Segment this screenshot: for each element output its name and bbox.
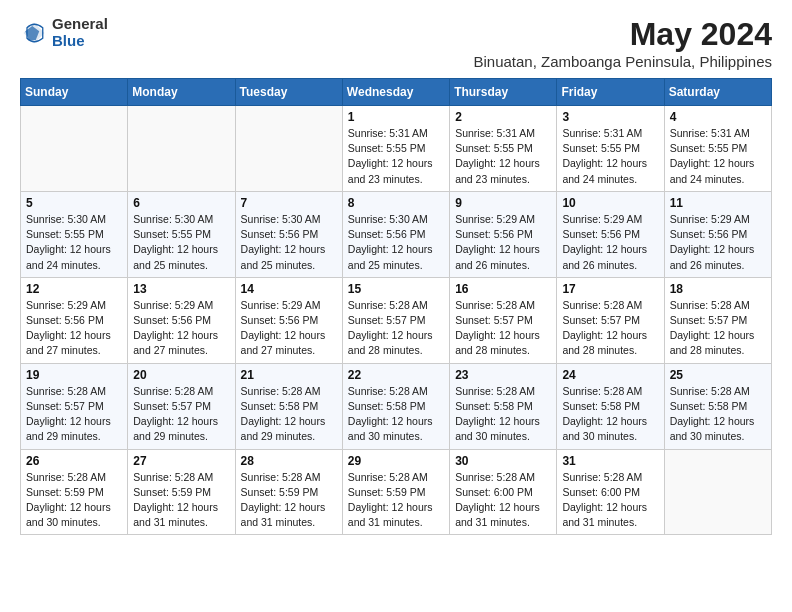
day-info: Sunrise: 5:28 AM Sunset: 5:58 PM Dayligh… — [670, 384, 766, 445]
day-info: Sunrise: 5:28 AM Sunset: 5:57 PM Dayligh… — [348, 298, 444, 359]
month-year: May 2024 — [473, 16, 772, 53]
day-info: Sunrise: 5:28 AM Sunset: 5:58 PM Dayligh… — [348, 384, 444, 445]
calendar-cell: 28Sunrise: 5:28 AM Sunset: 5:59 PM Dayli… — [235, 449, 342, 535]
calendar-cell: 24Sunrise: 5:28 AM Sunset: 5:58 PM Dayli… — [557, 363, 664, 449]
day-number: 22 — [348, 368, 444, 382]
logo-icon — [20, 19, 48, 47]
header-day-sunday: Sunday — [21, 79, 128, 106]
calendar-cell: 16Sunrise: 5:28 AM Sunset: 5:57 PM Dayli… — [450, 277, 557, 363]
header-day-wednesday: Wednesday — [342, 79, 449, 106]
calendar-cell: 15Sunrise: 5:28 AM Sunset: 5:57 PM Dayli… — [342, 277, 449, 363]
day-number: 3 — [562, 110, 658, 124]
day-info: Sunrise: 5:29 AM Sunset: 5:56 PM Dayligh… — [455, 212, 551, 273]
header-day-friday: Friday — [557, 79, 664, 106]
calendar-cell — [664, 449, 771, 535]
logo-general: General — [52, 16, 108, 33]
calendar-cell: 7Sunrise: 5:30 AM Sunset: 5:56 PM Daylig… — [235, 191, 342, 277]
day-info: Sunrise: 5:29 AM Sunset: 5:56 PM Dayligh… — [26, 298, 122, 359]
calendar-cell: 2Sunrise: 5:31 AM Sunset: 5:55 PM Daylig… — [450, 106, 557, 192]
calendar-table: SundayMondayTuesdayWednesdayThursdayFrid… — [20, 78, 772, 535]
calendar-week-5: 26Sunrise: 5:28 AM Sunset: 5:59 PM Dayli… — [21, 449, 772, 535]
calendar-cell: 26Sunrise: 5:28 AM Sunset: 5:59 PM Dayli… — [21, 449, 128, 535]
day-info: Sunrise: 5:28 AM Sunset: 5:58 PM Dayligh… — [455, 384, 551, 445]
calendar-cell — [235, 106, 342, 192]
day-info: Sunrise: 5:28 AM Sunset: 5:59 PM Dayligh… — [241, 470, 337, 531]
calendar-cell: 4Sunrise: 5:31 AM Sunset: 5:55 PM Daylig… — [664, 106, 771, 192]
calendar-cell: 31Sunrise: 5:28 AM Sunset: 6:00 PM Dayli… — [557, 449, 664, 535]
day-info: Sunrise: 5:28 AM Sunset: 6:00 PM Dayligh… — [455, 470, 551, 531]
calendar-cell: 20Sunrise: 5:28 AM Sunset: 5:57 PM Dayli… — [128, 363, 235, 449]
day-info: Sunrise: 5:31 AM Sunset: 5:55 PM Dayligh… — [670, 126, 766, 187]
day-info: Sunrise: 5:28 AM Sunset: 5:59 PM Dayligh… — [348, 470, 444, 531]
day-number: 21 — [241, 368, 337, 382]
calendar-header: SundayMondayTuesdayWednesdayThursdayFrid… — [21, 79, 772, 106]
calendar-week-4: 19Sunrise: 5:28 AM Sunset: 5:57 PM Dayli… — [21, 363, 772, 449]
page-header: General Blue May 2024 Binuatan, Zamboang… — [20, 16, 772, 70]
calendar-cell: 29Sunrise: 5:28 AM Sunset: 5:59 PM Dayli… — [342, 449, 449, 535]
header-day-saturday: Saturday — [664, 79, 771, 106]
day-number: 24 — [562, 368, 658, 382]
calendar-cell: 17Sunrise: 5:28 AM Sunset: 5:57 PM Dayli… — [557, 277, 664, 363]
header-day-thursday: Thursday — [450, 79, 557, 106]
calendar-cell — [128, 106, 235, 192]
day-number: 14 — [241, 282, 337, 296]
calendar-cell: 21Sunrise: 5:28 AM Sunset: 5:58 PM Dayli… — [235, 363, 342, 449]
calendar-cell: 6Sunrise: 5:30 AM Sunset: 5:55 PM Daylig… — [128, 191, 235, 277]
calendar-cell: 5Sunrise: 5:30 AM Sunset: 5:55 PM Daylig… — [21, 191, 128, 277]
day-info: Sunrise: 5:30 AM Sunset: 5:55 PM Dayligh… — [26, 212, 122, 273]
calendar-cell: 3Sunrise: 5:31 AM Sunset: 5:55 PM Daylig… — [557, 106, 664, 192]
day-number: 18 — [670, 282, 766, 296]
calendar-cell: 19Sunrise: 5:28 AM Sunset: 5:57 PM Dayli… — [21, 363, 128, 449]
header-row: SundayMondayTuesdayWednesdayThursdayFrid… — [21, 79, 772, 106]
day-number: 5 — [26, 196, 122, 210]
calendar-week-2: 5Sunrise: 5:30 AM Sunset: 5:55 PM Daylig… — [21, 191, 772, 277]
day-info: Sunrise: 5:29 AM Sunset: 5:56 PM Dayligh… — [133, 298, 229, 359]
calendar-cell: 11Sunrise: 5:29 AM Sunset: 5:56 PM Dayli… — [664, 191, 771, 277]
day-number: 29 — [348, 454, 444, 468]
day-number: 7 — [241, 196, 337, 210]
day-info: Sunrise: 5:28 AM Sunset: 5:58 PM Dayligh… — [562, 384, 658, 445]
day-info: Sunrise: 5:31 AM Sunset: 5:55 PM Dayligh… — [455, 126, 551, 187]
day-number: 12 — [26, 282, 122, 296]
day-number: 25 — [670, 368, 766, 382]
day-number: 4 — [670, 110, 766, 124]
day-number: 17 — [562, 282, 658, 296]
calendar-cell: 9Sunrise: 5:29 AM Sunset: 5:56 PM Daylig… — [450, 191, 557, 277]
day-number: 23 — [455, 368, 551, 382]
day-info: Sunrise: 5:28 AM Sunset: 6:00 PM Dayligh… — [562, 470, 658, 531]
day-number: 20 — [133, 368, 229, 382]
day-number: 28 — [241, 454, 337, 468]
day-number: 15 — [348, 282, 444, 296]
day-number: 31 — [562, 454, 658, 468]
calendar-week-3: 12Sunrise: 5:29 AM Sunset: 5:56 PM Dayli… — [21, 277, 772, 363]
calendar-cell: 8Sunrise: 5:30 AM Sunset: 5:56 PM Daylig… — [342, 191, 449, 277]
day-number: 6 — [133, 196, 229, 210]
day-info: Sunrise: 5:28 AM Sunset: 5:57 PM Dayligh… — [26, 384, 122, 445]
day-number: 10 — [562, 196, 658, 210]
calendar-cell: 1Sunrise: 5:31 AM Sunset: 5:55 PM Daylig… — [342, 106, 449, 192]
day-info: Sunrise: 5:29 AM Sunset: 5:56 PM Dayligh… — [562, 212, 658, 273]
day-number: 30 — [455, 454, 551, 468]
day-number: 27 — [133, 454, 229, 468]
calendar-cell: 30Sunrise: 5:28 AM Sunset: 6:00 PM Dayli… — [450, 449, 557, 535]
day-info: Sunrise: 5:28 AM Sunset: 5:59 PM Dayligh… — [133, 470, 229, 531]
day-number: 11 — [670, 196, 766, 210]
day-number: 13 — [133, 282, 229, 296]
calendar-cell — [21, 106, 128, 192]
day-number: 9 — [455, 196, 551, 210]
calendar-cell: 13Sunrise: 5:29 AM Sunset: 5:56 PM Dayli… — [128, 277, 235, 363]
day-info: Sunrise: 5:28 AM Sunset: 5:59 PM Dayligh… — [26, 470, 122, 531]
calendar-cell: 25Sunrise: 5:28 AM Sunset: 5:58 PM Dayli… — [664, 363, 771, 449]
calendar-cell: 27Sunrise: 5:28 AM Sunset: 5:59 PM Dayli… — [128, 449, 235, 535]
calendar-cell: 22Sunrise: 5:28 AM Sunset: 5:58 PM Dayli… — [342, 363, 449, 449]
location: Binuatan, Zamboanga Peninsula, Philippin… — [473, 53, 772, 70]
day-number: 19 — [26, 368, 122, 382]
calendar-cell: 12Sunrise: 5:29 AM Sunset: 5:56 PM Dayli… — [21, 277, 128, 363]
calendar-cell: 14Sunrise: 5:29 AM Sunset: 5:56 PM Dayli… — [235, 277, 342, 363]
title-block: May 2024 Binuatan, Zamboanga Peninsula, … — [473, 16, 772, 70]
day-number: 1 — [348, 110, 444, 124]
day-info: Sunrise: 5:28 AM Sunset: 5:57 PM Dayligh… — [562, 298, 658, 359]
day-info: Sunrise: 5:28 AM Sunset: 5:57 PM Dayligh… — [133, 384, 229, 445]
day-info: Sunrise: 5:29 AM Sunset: 5:56 PM Dayligh… — [670, 212, 766, 273]
day-info: Sunrise: 5:28 AM Sunset: 5:57 PM Dayligh… — [670, 298, 766, 359]
